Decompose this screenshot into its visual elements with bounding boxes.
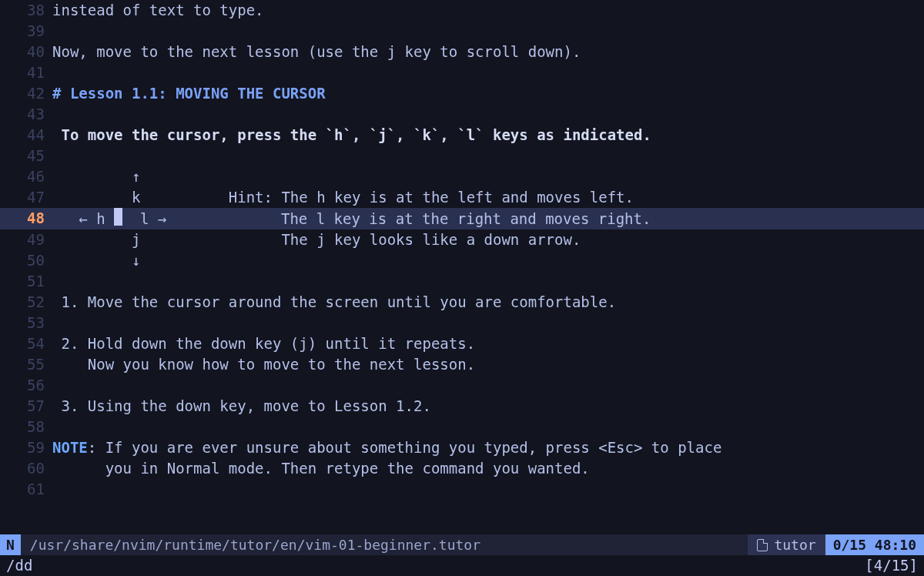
line-number: 38: [0, 0, 52, 21]
editor-line[interactable]: 60 you in Normal mode. Then retype the c…: [0, 458, 924, 479]
line-content: ↑: [52, 166, 924, 187]
line-content: # Lesson 1.1: MOVING THE CURSOR: [52, 83, 924, 104]
line-content: Now, move to the next lesson (use the j …: [52, 42, 924, 62]
line-content: [52, 146, 924, 166]
line-content: ↓: [52, 250, 924, 271]
line-number: 56: [0, 375, 52, 396]
line-content: [52, 375, 924, 396]
line-content: [52, 417, 924, 437]
line-number: 54: [0, 333, 52, 354]
status-line: N /usr/share/nvim/runtime/tutor/en/vim-0…: [0, 534, 924, 555]
line-content: [52, 104, 924, 125]
editor-line[interactable]: 57 3. Using the down key, move to Lesson…: [0, 396, 924, 417]
editor-line[interactable]: 56: [0, 375, 924, 396]
editor-line[interactable]: 53: [0, 313, 924, 333]
line-content: instead of text to type.: [52, 0, 924, 21]
cursor: [114, 208, 122, 226]
line-number: 51: [0, 271, 52, 292]
editor-line[interactable]: 52 1. Move the cursor around the screen …: [0, 292, 924, 313]
line-content: [52, 62, 924, 83]
line-number: 60: [0, 458, 52, 479]
line-content: you in Normal mode. Then retype the comm…: [52, 458, 924, 479]
line-number: 45: [0, 146, 52, 166]
editor-line[interactable]: 49 j The j key looks like a down arrow.: [0, 229, 924, 250]
line-number: 58: [0, 417, 52, 437]
line-content: 1. Move the cursor around the screen unt…: [52, 292, 924, 313]
line-number: 43: [0, 104, 52, 125]
editor-buffer[interactable]: 38instead of text to type.39 40Now, move…: [0, 0, 924, 534]
editor-line[interactable]: 44 To move the cursor, press the `h`, `j…: [0, 125, 924, 146]
file-path: /usr/share/nvim/runtime/tutor/en/vim-01-…: [21, 534, 748, 555]
editor-line[interactable]: 48 ← h l → The l key is at the right and…: [0, 208, 924, 229]
editor-line[interactable]: 38instead of text to type.: [0, 0, 924, 21]
line-content: ← h l → The l key is at the right and mo…: [52, 208, 924, 229]
editor-line[interactable]: 55 Now you know how to move to the next …: [0, 354, 924, 375]
editor-line[interactable]: 46 ↑: [0, 166, 924, 187]
command-text: /dd: [6, 555, 865, 576]
line-content: Now you know how to move to the next les…: [52, 354, 924, 375]
editor-line[interactable]: 54 2. Hold down the down key (j) until i…: [0, 333, 924, 354]
line-number: 41: [0, 62, 52, 83]
line-content: 3. Using the down key, move to Lesson 1.…: [52, 396, 924, 417]
line-content: 2. Hold down the down key (j) until it r…: [52, 333, 924, 354]
editor-line[interactable]: 40Now, move to the next lesson (use the …: [0, 42, 924, 62]
editor-line[interactable]: 41: [0, 62, 924, 83]
line-content: To move the cursor, press the `h`, `j`, …: [52, 125, 924, 146]
filetype-text: tutor: [774, 534, 815, 555]
editor-line[interactable]: 47 k Hint: The h key is at the left and …: [0, 187, 924, 208]
editor-line[interactable]: 58: [0, 417, 924, 437]
line-number: 42: [0, 83, 52, 104]
line-content: [52, 313, 924, 333]
line-number: 46: [0, 166, 52, 187]
line-number: 49: [0, 229, 52, 250]
filetype-indicator: tutor: [748, 534, 825, 555]
neovim-editor[interactable]: 38instead of text to type.39 40Now, move…: [0, 0, 924, 576]
line-content: k Hint: The h key is at the left and mov…: [52, 187, 924, 208]
line-number: 39: [0, 21, 52, 42]
editor-line[interactable]: 42# Lesson 1.1: MOVING THE CURSOR: [0, 83, 924, 104]
mode-indicator: N: [0, 534, 21, 555]
line-number: 40: [0, 42, 52, 62]
line-number: 59: [0, 437, 52, 458]
editor-line[interactable]: 45: [0, 146, 924, 166]
cursor-position: 0/15 48:10: [825, 534, 924, 555]
file-icon: [757, 539, 768, 551]
line-number: 50: [0, 250, 52, 271]
editor-line[interactable]: 59NOTE: If you are ever unsure about som…: [0, 437, 924, 458]
line-content: j The j key looks like a down arrow.: [52, 229, 924, 250]
line-number: 57: [0, 396, 52, 417]
line-number: 44: [0, 125, 52, 146]
command-line[interactable]: /dd [4/15]: [0, 555, 924, 576]
editor-line[interactable]: 51: [0, 271, 924, 292]
line-content: [52, 21, 924, 42]
line-number: 52: [0, 292, 52, 313]
line-content: [52, 271, 924, 292]
line-number: 61: [0, 479, 52, 500]
line-number: 55: [0, 354, 52, 375]
search-count: [4/15]: [865, 555, 918, 576]
line-number: 48: [0, 208, 52, 229]
line-number: 53: [0, 313, 52, 333]
line-content: [52, 479, 924, 500]
editor-line[interactable]: 43: [0, 104, 924, 125]
line-content: NOTE: If you are ever unsure about somet…: [52, 437, 924, 458]
line-number: 47: [0, 187, 52, 208]
editor-line[interactable]: 50 ↓: [0, 250, 924, 271]
editor-line[interactable]: 61: [0, 479, 924, 500]
editor-line[interactable]: 39: [0, 21, 924, 42]
